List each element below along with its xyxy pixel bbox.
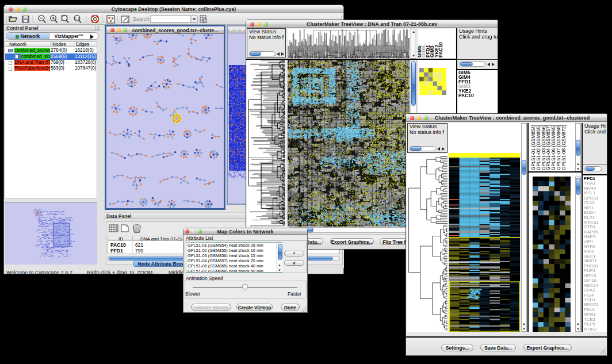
svg-text:GPL51-08 (GSM872): GPL51-08 (GSM872)	[561, 125, 567, 170]
svg-text:Search:: Search:	[133, 16, 151, 22]
svg-text:PAC10: PAC10	[438, 42, 443, 58]
svg-text:1:1: 1:1	[75, 17, 79, 20]
